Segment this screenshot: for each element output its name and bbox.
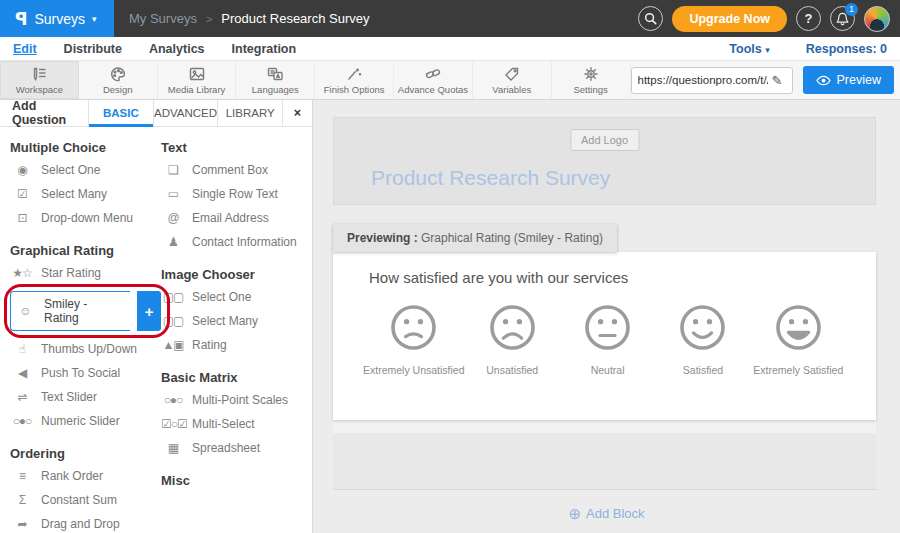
nav-tab-analytics[interactable]: Analytics <box>149 42 205 56</box>
builder-toolbar: Workspace Design Media Library Languages… <box>0 60 900 100</box>
sidebar-item-text-slider[interactable]: ⇌Text Slider <box>10 385 161 409</box>
sidebar-item-label: Numeric Slider <box>41 414 120 428</box>
toolbar-advance-quotas[interactable]: Advance Quotas <box>394 61 473 99</box>
smiley-option-satisfied[interactable]: Satisfied <box>655 304 750 376</box>
sidebar-item-drop-down-menu[interactable]: ⊡Drop-down Menu <box>10 206 161 230</box>
sidebar-item-contact-information[interactable]: ♟Contact Information <box>161 230 312 254</box>
user-avatar[interactable] <box>864 6 890 32</box>
multi-point-scales-icon: ○●○ <box>161 393 185 407</box>
tools-menu[interactable]: Tools ▾ <box>729 42 769 56</box>
toolbar-variables[interactable]: Variables <box>473 61 552 99</box>
question-card[interactable]: How satisfied are you with our services … <box>333 252 876 420</box>
help-button[interactable]: ? <box>796 6 821 31</box>
close-panel-button[interactable]: × <box>282 100 312 126</box>
tag-icon <box>503 66 521 82</box>
questionpro-logo-icon: P <box>15 9 27 29</box>
sidebar-item-thumbs-up-down[interactable]: ☝Thumbs Up/Down <box>10 337 161 361</box>
sidebar-item-smiley-rating[interactable]: ☺Smiley - Rating+ <box>10 291 161 331</box>
nav-tab-distribute[interactable]: Distribute <box>64 42 122 56</box>
palette-icon <box>109 66 127 82</box>
sidebar-item-label: Select One <box>41 163 100 177</box>
sidebar-item-label: Push To Social <box>41 366 120 380</box>
survey-url-input[interactable] <box>638 74 768 86</box>
nav-tab-integration[interactable]: Integration <box>232 42 297 56</box>
smiley-face-icon <box>489 304 536 351</box>
nav-tab-edit[interactable]: Edit <box>13 42 37 56</box>
sidebar-item-star-rating[interactable]: ★☆Star Rating <box>10 261 161 285</box>
image-icon <box>188 66 206 82</box>
magic-wand-icon <box>345 66 363 82</box>
toolbar-design[interactable]: Design <box>79 61 158 99</box>
sidebar-item-select-one[interactable]: ◉Select One <box>10 158 161 182</box>
previewing-tab: Previewing : Graphical Rating (Smiley - … <box>333 224 617 252</box>
sidebar-item-label: Email Address <box>192 211 269 225</box>
toolbar-languages[interactable]: Languages <box>236 61 315 99</box>
sidebar-item-drag-and-drop[interactable]: ➦Drag and Drop <box>10 512 161 533</box>
sidebar-item-image-select-many[interactable]: ▢▢Select Many <box>161 309 312 333</box>
upgrade-now-button[interactable]: Upgrade Now <box>672 6 787 32</box>
add-block-button[interactable]: ⊕Add Block <box>313 505 900 523</box>
sidebar-item-multi-point-scales[interactable]: ○●○Multi-Point Scales <box>161 388 312 412</box>
sidebar-item-image-select-one[interactable]: ▢▢Select One <box>161 285 312 309</box>
image-select-one-icon: ▢▢ <box>161 290 185 304</box>
sidebar-item-label: Smiley - Rating <box>44 297 124 325</box>
section-title-ordering: Ordering <box>10 446 161 461</box>
sidebar-item-comment-box[interactable]: ❏Comment Box <box>161 158 312 182</box>
survey-title[interactable]: Product Research Survey <box>371 166 610 190</box>
tab-advanced[interactable]: ADVANCED <box>153 100 218 126</box>
sidebar-item-image-rating[interactable]: ▲▣Rating <box>161 333 312 357</box>
preview-button[interactable]: Preview <box>803 66 894 94</box>
smiley-label: Satisfied <box>683 364 723 376</box>
sidebar-item-spreadsheet[interactable]: ▦Spreadsheet <box>161 436 312 460</box>
search-button[interactable] <box>638 6 663 31</box>
sidebar-item-multi-select[interactable]: ☑○☑Multi-Select <box>161 412 312 436</box>
smiley-option-unsatisfied[interactable]: Unsatisfied <box>465 304 560 376</box>
toolbar-label: Languages <box>252 84 299 95</box>
sidebar-item-label: Star Rating <box>41 266 101 280</box>
responses-count[interactable]: Responses: 0 <box>806 42 887 56</box>
sidebar-item-single-row-text[interactable]: ▭Single Row Text <box>161 182 312 206</box>
toolbar-finish-options[interactable]: Finish Options <box>315 61 394 99</box>
star-rating-icon: ★☆ <box>10 266 34 280</box>
section-title-text: Text <box>161 140 312 155</box>
survey-header-block[interactable]: Add Logo Product Research Survey <box>333 117 876 205</box>
survey-nav: Edit Distribute Analytics Integration To… <box>0 37 900 60</box>
smiley-label: Unsatisfied <box>486 364 538 376</box>
sidebar-item-select-many[interactable]: ☑Select Many <box>10 182 161 206</box>
select-many-icon: ☑ <box>10 187 34 201</box>
toolbar-settings[interactable]: Settings <box>552 61 631 99</box>
smiley-option-neutral[interactable]: Neutral <box>560 304 655 376</box>
sidebar-item-constant-sum[interactable]: ΣConstant Sum <box>10 488 161 512</box>
toolbar-label: Variables <box>492 84 531 95</box>
breadcrumb-separator-icon: > <box>206 13 212 25</box>
question-text: How satisfied are you with our services <box>369 269 628 286</box>
tab-library[interactable]: LIBRARY <box>217 100 282 126</box>
eye-icon <box>816 75 831 86</box>
email-address-icon: @ <box>161 211 185 225</box>
drop-down-menu-icon: ⊡ <box>10 211 34 225</box>
toolbar-media-library[interactable]: Media Library <box>158 61 237 99</box>
sidebar-item-push-to-social[interactable]: ◀Push To Social <box>10 361 161 385</box>
notifications-button[interactable]: 1 <box>830 6 855 31</box>
sidebar-item-numeric-slider[interactable]: ○●○Numeric Slider <box>10 409 161 433</box>
smiley-option-extremely-unsatisfied[interactable]: Extremely Unsatisfied <box>363 304 465 376</box>
add-logo-button[interactable]: Add Logo <box>570 129 639 151</box>
tab-basic[interactable]: BASIC <box>88 100 153 126</box>
edit-url-pencil-icon[interactable]: ✎ <box>772 73 783 88</box>
app-menu-surveys[interactable]: P Surveys ▾ <box>0 0 114 37</box>
sidebar-item-email-address[interactable]: @Email Address <box>161 206 312 230</box>
survey-url-field[interactable]: ✎ <box>631 67 793 94</box>
smiley-option-extremely-satisfied[interactable]: Extremely Satisfied <box>751 304 846 376</box>
smiley-label: Extremely Unsatisfied <box>363 364 465 376</box>
contact-information-icon: ♟ <box>161 235 185 249</box>
plus-circle-icon: ⊕ <box>568 505 581 522</box>
sidebar-item-rank-order[interactable]: ≡Rank Order <box>10 464 161 488</box>
add-question-plus-button[interactable]: + <box>137 291 161 331</box>
image-select-many-icon: ▢▢ <box>161 314 185 328</box>
breadcrumb: My Surveys > Product Research Survey <box>129 11 369 26</box>
toolbar-workspace[interactable]: Workspace <box>0 61 79 99</box>
sidebar-item-label: Drag and Drop <box>41 517 120 531</box>
app-menu-label: Surveys <box>34 11 85 27</box>
sidebar-item-label: Rating <box>192 338 227 352</box>
breadcrumb-my-surveys[interactable]: My Surveys <box>129 11 197 26</box>
